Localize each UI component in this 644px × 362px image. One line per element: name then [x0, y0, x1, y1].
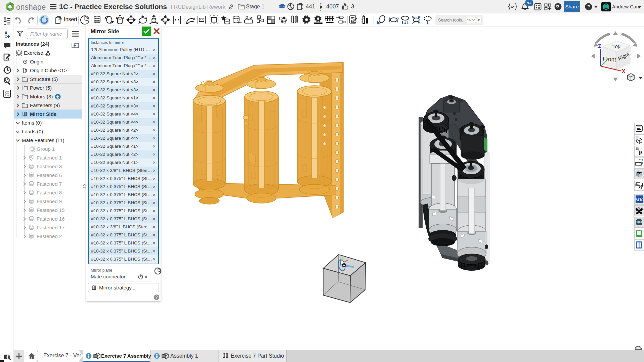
svg-text:MK: MK: [635, 197, 643, 202]
svg-text:x): x): [638, 184, 642, 189]
svg-text:X: X: [622, 69, 626, 74]
svg-text:Z: Z: [598, 43, 601, 49]
